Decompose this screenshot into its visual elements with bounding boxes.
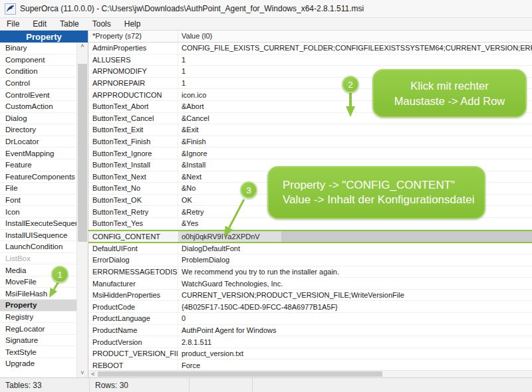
horizontal-scrollbar-thumb[interactable] (98, 371, 382, 377)
property-cell[interactable]: CONFIG_CONTENT (88, 231, 178, 242)
table-row-product_version_file[interactable]: PRODUCT_VERSION_FILEproduct_version.txt (88, 348, 532, 360)
sidebar-item-eventmapping[interactable]: EventMapping (0, 147, 76, 159)
property-cell[interactable]: ButtonText_OK (88, 195, 178, 206)
menu-file[interactable]: File (0, 18, 26, 30)
value-cell[interactable]: 2.8.1.511 (178, 336, 532, 347)
sidebar-item-control[interactable]: Control (0, 78, 76, 90)
property-cell[interactable]: ALLUSERS (88, 54, 178, 66)
value-cell[interactable]: CURRENT_VERSION;PRODUCT_VERSION_FILE;Wri… (178, 290, 532, 301)
menu-help[interactable]: Help (118, 18, 148, 30)
sidebar-item-file[interactable]: File (0, 183, 76, 195)
table-row-productversion[interactable]: ProductVersion2.8.1.511 (88, 336, 532, 348)
property-cell[interactable]: ProductName (88, 325, 178, 336)
table-row-productlanguage[interactable]: ProductLanguage0 (88, 313, 532, 325)
sidebar-item-condition[interactable]: Condition (0, 66, 76, 78)
property-cell[interactable]: ButtonText_Exit (88, 124, 178, 136)
sidebar-item-registry[interactable]: Registry (0, 312, 76, 324)
menu-edit[interactable]: Edit (26, 18, 53, 30)
sidebar-scrollbar[interactable]: ˄ ˅ (76, 43, 88, 377)
property-cell[interactable]: ButtonText_Abort (88, 101, 178, 112)
value-cell[interactable]: We recommend you try to run the installe… (178, 266, 532, 278)
sidebar-item-controlevent[interactable]: ControlEvent (0, 89, 76, 101)
sidebar-item-installexecutesequence[interactable]: InstallExecuteSequence (0, 218, 76, 230)
property-cell[interactable]: ErrorDialog (88, 254, 178, 266)
sidebar-item-signature[interactable]: Signature (0, 335, 76, 347)
menu-table[interactable]: Table (53, 18, 86, 30)
table-row-errordialog[interactable]: ErrorDialogProblemDialog (88, 254, 532, 266)
property-cell[interactable]: ButtonText_No (88, 183, 178, 194)
menu-tools[interactable]: Tools (86, 18, 118, 30)
column-header-value[interactable]: Value (l0) (178, 31, 532, 42)
sidebar-item-property[interactable]: Property (0, 300, 76, 312)
sidebar-item-font[interactable]: Font (0, 195, 76, 207)
value-cell[interactable]: DialogDefaultFont (178, 243, 532, 254)
property-cell[interactable]: REBOOT (88, 359, 178, 369)
sidebar-item-binary[interactable]: Binary (0, 43, 76, 54)
value-cell[interactable]: &Finish (178, 136, 532, 147)
property-cell[interactable]: ButtonText_Yes (88, 218, 178, 229)
table-row-allusers[interactable]: ALLUSERS1 (88, 54, 532, 66)
table-row-productcode[interactable]: ProductCode{4B025F17-150C-4DED-9FCC-48A6… (88, 301, 532, 313)
table-row-productname[interactable]: ProductNameAuthPoint Agent for Windows (88, 325, 532, 337)
table-row-adminproperties[interactable]: AdminPropertiesCONFIG_FILE_EXISTS_CURREN… (88, 43, 532, 54)
value-cell[interactable]: AuthPoint Agent for Windows (178, 325, 532, 336)
property-cell[interactable]: AdminProperties (88, 43, 178, 54)
sidebar-scrollbar-thumb[interactable] (78, 64, 87, 242)
table-row-buttontext_finish[interactable]: ButtonText_Finish&Finish (88, 136, 532, 148)
table-row-errormessagetodisplay[interactable]: ERRORMESSAGETODISPLAYWe recommend you tr… (88, 266, 532, 278)
sidebar-item-installuisequence[interactable]: InstallUISequence (0, 230, 76, 242)
sidebar-item-icon[interactable]: Icon (0, 206, 76, 218)
property-cell[interactable]: ButtonText_Install (88, 159, 178, 171)
table-row-manufacturer[interactable]: ManufacturerWatchGuard Technologies, Inc… (88, 278, 532, 290)
value-cell[interactable]: {4B025F17-150C-4DED-9FCC-48A6977B1A5F} (178, 301, 532, 312)
table-row-buttontext_ignore[interactable]: ButtonText_Ignore&Ignore (88, 147, 532, 159)
property-cell[interactable]: ARPPRODUCTICON (88, 89, 178, 100)
property-cell[interactable]: PRODUCT_VERSION_FILE (88, 348, 178, 359)
value-cell[interactable]: product_version.txt (178, 348, 532, 359)
table-row-buttontext_yes[interactable]: ButtonText_Yes&Yes (88, 218, 532, 230)
property-cell[interactable]: ButtonText_Next (88, 171, 178, 183)
value-cell[interactable]: ProblemDialog (178, 254, 532, 266)
sidebar-item-customaction[interactable]: CustomAction (0, 101, 76, 113)
value-cell[interactable]: 0 (178, 313, 532, 324)
property-cell[interactable]: ProductCode (88, 301, 178, 312)
property-cell[interactable]: ProductVersion (88, 336, 178, 347)
property-cell[interactable]: DefaultUIFont (88, 243, 178, 254)
value-cell[interactable]: Force (178, 359, 532, 369)
column-header-property[interactable]: *Property (s72) (88, 31, 178, 42)
sidebar-item-reglocator[interactable]: RegLocator (0, 323, 76, 335)
table-row-msihiddenproperties[interactable]: MsiHiddenPropertiesCURRENT_VERSION;PRODU… (88, 290, 532, 302)
value-cell[interactable]: WatchGuard Technologies, Inc. (178, 278, 532, 289)
scroll-left-icon[interactable]: ˂ (88, 371, 98, 377)
sidebar-item-launchcondition[interactable]: LaunchCondition (0, 241, 76, 253)
value-cell[interactable]: &Exit (178, 124, 532, 136)
value-cell[interactable]: 1 (178, 54, 532, 66)
property-cell[interactable]: ButtonText_Ignore (88, 147, 178, 159)
sidebar-item-dialog[interactable]: Dialog (0, 113, 76, 125)
table-row-buttontext_exit[interactable]: ButtonText_Exit&Exit (88, 124, 532, 136)
value-cell[interactable]: o0hj0qkRV9IYa2XPDnV (178, 231, 532, 242)
value-cell[interactable]: &Ignore (178, 147, 532, 159)
property-cell[interactable]: ButtonText_Finish (88, 136, 178, 147)
table-row-config_content[interactable]: CONFIG_CONTENTo0hj0qkRV9IYa2XPDnV (88, 230, 532, 243)
horizontal-scrollbar[interactable]: ˂ (88, 370, 532, 377)
table-row-reboot[interactable]: REBOOTForce (88, 359, 532, 369)
sidebar-item-drlocator[interactable]: DrLocator (0, 136, 76, 148)
property-cell[interactable]: Manufacturer (88, 278, 178, 289)
value-cell[interactable]: CONFIG_FILE_EXISTS_CURRENT_FOLDER;CONFIG… (178, 43, 532, 54)
sidebar-item-msifilehash[interactable]: MsiFileHash (0, 288, 76, 300)
sidebar-item-upgrade[interactable]: Upgrade (0, 358, 76, 369)
sidebar-item-component[interactable]: Component (0, 54, 76, 66)
property-cell[interactable]: MsiHiddenProperties (88, 290, 178, 301)
property-cell[interactable]: ARPNOMODIFY (88, 66, 178, 77)
property-cell[interactable]: ButtonText_Cancel (88, 113, 178, 124)
property-cell[interactable]: ERRORMESSAGETODISPLAY (88, 266, 178, 278)
scroll-down-icon[interactable]: ˅ (77, 369, 88, 377)
table-row-defaultuifont[interactable]: DefaultUIFontDialogDefaultFont (88, 243, 532, 255)
sidebar-item-feature[interactable]: Feature (0, 159, 76, 171)
property-cell[interactable]: ARPNOREPAIR (88, 78, 178, 89)
property-cell[interactable]: ProductLanguage (88, 313, 178, 324)
sidebar-item-directory[interactable]: Directory (0, 124, 76, 136)
property-cell[interactable]: ButtonText_Retry (88, 206, 178, 217)
sidebar-item-textstyle[interactable]: TextStyle (0, 346, 76, 358)
